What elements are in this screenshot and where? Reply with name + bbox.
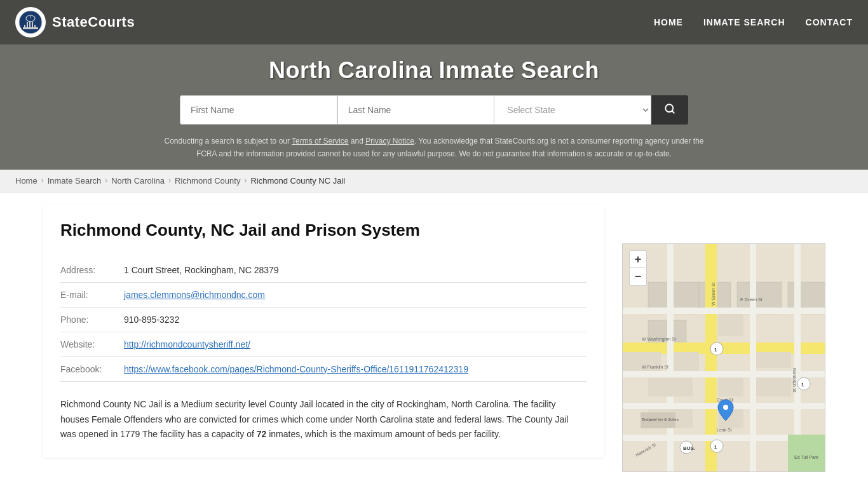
facebook-label: Facebook: bbox=[60, 356, 124, 381]
map-zoom-in[interactable]: + bbox=[629, 250, 647, 268]
svg-text:Budgetel Inn & Suites: Budgetel Inn & Suites bbox=[642, 417, 679, 421]
svg-text:1: 1 bbox=[801, 382, 804, 388]
svg-rect-30 bbox=[648, 377, 693, 396]
svg-rect-4 bbox=[29, 21, 31, 28]
svg-point-56 bbox=[723, 405, 728, 410]
svg-rect-5 bbox=[32, 22, 33, 28]
email-value: james.clemmons@richmondnc.com bbox=[124, 282, 587, 307]
svg-text:1: 1 bbox=[714, 347, 717, 353]
search-icon bbox=[664, 103, 675, 114]
terms-link[interactable]: Terms of Service bbox=[292, 137, 348, 146]
svg-text:BUS.: BUS. bbox=[683, 445, 695, 451]
svg-rect-28 bbox=[718, 314, 743, 336]
map-zoom-out[interactable]: − bbox=[629, 268, 647, 286]
logo-icon bbox=[15, 7, 46, 37]
website-row: Website: http://richmondcountysheriff.ne… bbox=[60, 332, 587, 356]
facebook-row: Facebook: https://www.facebook.com/pages… bbox=[60, 356, 587, 381]
main-container: Richmond County, NC Jail and Prison Syst… bbox=[27, 193, 841, 485]
address-row: Address: 1 Court Street, Rockingham, NC … bbox=[60, 258, 587, 283]
nav-home[interactable]: HOME bbox=[654, 12, 683, 32]
page-header-title: North Carolina Inmate Search bbox=[0, 57, 868, 84]
email-link[interactable]: james.clemmons@richmondnc.com bbox=[124, 290, 265, 300]
svg-text:E Green St: E Green St bbox=[740, 297, 763, 302]
header: StateCourts HOME INMATE SEARCH CONTACT N… bbox=[0, 0, 868, 170]
logo-link[interactable]: StateCourts bbox=[15, 7, 135, 37]
svg-rect-3 bbox=[27, 22, 28, 28]
page-title: Richmond County, NC Jail and Prison Syst… bbox=[60, 220, 587, 240]
svg-text:W Washington St: W Washington St bbox=[642, 337, 676, 342]
email-label: E-mail: bbox=[60, 282, 124, 307]
search-state-select[interactable]: Select State North Carolina Alabama Alas… bbox=[494, 95, 651, 125]
breadcrumb-sep-2: › bbox=[105, 176, 107, 185]
description: Richmond County NC Jail is a Medium secu… bbox=[60, 397, 587, 442]
website-link[interactable]: http://richmondcountysheriff.net/ bbox=[124, 339, 250, 349]
logo-text: StateCourts bbox=[52, 14, 135, 30]
phone-row: Phone: 910-895-3232 bbox=[60, 307, 587, 332]
map-area: + − bbox=[622, 243, 825, 472]
svg-rect-24 bbox=[750, 244, 756, 472]
breadcrumb-richmond-county[interactable]: Richmond County bbox=[175, 176, 240, 186]
phone-value: 910-895-3232 bbox=[124, 307, 587, 332]
content-area: Richmond County, NC Jail and Prison Syst… bbox=[43, 205, 604, 472]
facebook-value: https://www.facebook.com/pages/Richmond-… bbox=[124, 356, 587, 381]
svg-rect-29 bbox=[756, 352, 791, 368]
header-title-area: North Carolina Inmate Search bbox=[0, 44, 868, 95]
breadcrumb-inmate-search[interactable]: Inmate Search bbox=[48, 176, 102, 186]
breadcrumb-home[interactable]: Home bbox=[15, 176, 37, 186]
svg-rect-23 bbox=[667, 244, 674, 472]
nav-contact[interactable]: CONTACT bbox=[806, 12, 853, 32]
map-controls: + − bbox=[629, 250, 647, 286]
search-bar: Select State North Carolina Alabama Alas… bbox=[180, 95, 688, 125]
breadcrumb: Home › Inmate Search › North Carolina › … bbox=[0, 170, 868, 193]
address-label: Address: bbox=[60, 258, 124, 283]
search-first-name[interactable] bbox=[180, 95, 337, 125]
main-card: Richmond County, NC Jail and Prison Syst… bbox=[43, 205, 604, 458]
svg-text:1: 1 bbox=[714, 444, 717, 450]
nav-links: HOME INMATE SEARCH CONTACT bbox=[654, 12, 853, 32]
svg-text:W Franklin St: W Franklin St bbox=[642, 365, 668, 369]
website-label: Website: bbox=[60, 332, 124, 356]
svg-rect-32 bbox=[756, 377, 791, 396]
breadcrumb-current: Richmond County NC Jail bbox=[250, 176, 345, 186]
svg-text:Leak St: Leak St bbox=[717, 428, 732, 432]
svg-rect-2 bbox=[24, 25, 25, 28]
svg-text:Randolph St: Randolph St bbox=[792, 368, 797, 393]
email-row: E-mail: james.clemmons@richmondnc.com bbox=[60, 282, 587, 307]
svg-rect-31 bbox=[718, 377, 743, 396]
svg-rect-6 bbox=[34, 25, 36, 28]
address-value: 1 Court Street, Rockingham, NC 28379 bbox=[124, 258, 587, 283]
svg-text:Ed Tull Park: Ed Tull Park bbox=[794, 455, 818, 459]
facebook-link[interactable]: https://www.facebook.com/pages/Richmond-… bbox=[124, 364, 468, 374]
disclaimer: Conducting a search is subject to our Te… bbox=[148, 131, 720, 170]
breadcrumb-sep-3: › bbox=[168, 176, 171, 185]
nav-inmate-search[interactable]: INMATE SEARCH bbox=[703, 12, 785, 32]
svg-rect-27 bbox=[674, 352, 699, 371]
breadcrumb-north-carolina[interactable]: North Carolina bbox=[111, 176, 165, 186]
svg-text:W Green St: W Green St bbox=[711, 282, 715, 306]
search-button[interactable] bbox=[651, 95, 688, 125]
svg-line-10 bbox=[672, 111, 674, 112]
map-svg: Ed Tull Park Budgetel Inn & Suites W Gre… bbox=[623, 244, 825, 472]
breadcrumb-sep-1: › bbox=[41, 176, 44, 185]
navbar: StateCourts HOME INMATE SEARCH CONTACT bbox=[0, 0, 868, 44]
capacity-value: 72 bbox=[257, 429, 267, 439]
svg-rect-35 bbox=[788, 435, 825, 472]
website-value: http://richmondcountysheriff.net/ bbox=[124, 332, 587, 356]
privacy-link[interactable]: Privacy Notice bbox=[365, 137, 414, 146]
breadcrumb-sep-4: › bbox=[244, 176, 247, 185]
info-table: Address: 1 Court Street, Rockingham, NC … bbox=[60, 258, 587, 382]
phone-label: Phone: bbox=[60, 307, 124, 332]
search-last-name[interactable] bbox=[337, 95, 495, 125]
